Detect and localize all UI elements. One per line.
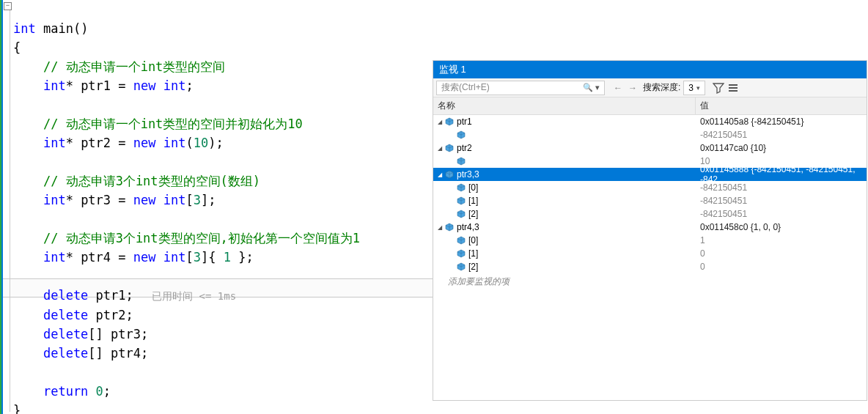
watch-row-value: 0 [696, 262, 867, 272]
variable-icon [457, 262, 466, 271]
code-token: return [13, 384, 88, 399]
watch-empty-area [433, 290, 867, 400]
code-token: ; [103, 384, 111, 399]
code-token: ; [185, 78, 193, 93]
code-number: 0 [96, 384, 103, 399]
watch-row-name: [2] [433, 262, 696, 272]
code-token: int [13, 193, 66, 207]
watch-row[interactable]: [0]1 [433, 234, 867, 247]
watch-row[interactable]: [0]-842150451 [433, 181, 867, 194]
watch-row[interactable]: [1]-842150451 [433, 194, 867, 207]
expander-icon[interactable]: ◢ [436, 171, 444, 178]
watch-row-value: -842150451 [696, 209, 867, 219]
watch-row-name: [2] [433, 209, 696, 219]
variable-icon [457, 236, 466, 245]
watch-row-name: ◢ptr1 [433, 117, 696, 127]
watch-row[interactable]: [2]0 [433, 260, 867, 273]
watch-row-value: -842150451 [696, 130, 867, 140]
watch-name-text: ptr4,3 [457, 222, 479, 232]
fold-collapse-icon[interactable]: − [4, 2, 12, 10]
watch-row-value: -842150451 [696, 196, 867, 206]
code-token: new [133, 78, 156, 93]
code-token: * ptr3 = [66, 193, 133, 207]
code-token: * ptr2 = [66, 136, 133, 150]
svg-rect-1 [729, 87, 738, 89]
code-token: ]; [201, 193, 216, 207]
code-number: 3 [194, 250, 201, 265]
watch-row[interactable]: ◢ptr20x01147ca0 {10} [433, 141, 867, 155]
code-token: int [13, 250, 66, 265]
header-name-column[interactable]: 名称 [433, 97, 696, 114]
watch-panel: 监视 1 搜索(Ctrl+E) 🔍 ▾ ← → 搜索深度: 3 ▾ 名称 值 ◢… [433, 60, 867, 401]
code-text[interactable]: int main() { // 动态申请一个int类型的空间 int* ptr1… [13, 0, 360, 414]
watch-name-text: ptr1 [457, 117, 472, 127]
variable-icon [457, 130, 466, 139]
code-token: ( [185, 136, 193, 150]
variable-icon [457, 157, 466, 166]
code-token: new [133, 250, 156, 265]
expander-icon[interactable]: ◢ [436, 118, 444, 125]
code-comment: // 动态申请一个int类型的空间并初始化为10 [13, 117, 303, 131]
watch-row-name: [1] [433, 248, 696, 259]
watch-row[interactable]: [1]0 [433, 247, 867, 260]
nav-forward-icon[interactable]: → [628, 83, 637, 93]
watch-name-text: ptr2 [457, 143, 472, 153]
settings-icon[interactable] [727, 82, 739, 94]
watch-row-value: -842150451 [696, 182, 867, 193]
code-token: } [13, 403, 21, 414]
watch-panel-title[interactable]: 监视 1 [433, 61, 867, 78]
expander-icon[interactable]: ◢ [436, 144, 444, 152]
code-token: delete [13, 308, 88, 322]
watch-name-text: [0] [468, 235, 478, 245]
perf-tip: 已用时间 <= 1ms [133, 290, 236, 302]
variable-icon [457, 249, 466, 258]
variable-icon [445, 117, 454, 126]
code-token: ptr2; [88, 308, 133, 322]
watch-row-name: [0] [433, 182, 696, 193]
code-token: delete [13, 327, 88, 341]
watch-name-text: [1] [468, 248, 478, 259]
watch-row-name [433, 157, 696, 166]
watch-row[interactable]: ◢ptr4,30x011458c0 {1, 0, 0} [433, 221, 867, 234]
add-watch-item[interactable]: 添加要监视的项 [433, 273, 867, 290]
code-token: * ptr1 = [66, 78, 133, 93]
code-token: main() [36, 21, 89, 36]
code-token: [ [185, 193, 193, 207]
code-token: int [13, 21, 36, 36]
code-token [88, 384, 95, 399]
watch-name-text: ptr3,3 [457, 169, 479, 180]
watch-row-name: ◢ptr2 [433, 143, 696, 153]
watch-grid-header: 名称 值 [433, 97, 867, 115]
search-icon[interactable]: 🔍 ▾ [583, 83, 600, 92]
code-editor[interactable]: − int main() { // 动态申请一个int类型的空间 int* pt… [0, 0, 433, 414]
watch-row[interactable]: ◢ptr10x011405a8 {-842150451} [433, 115, 867, 128]
variable-icon [457, 196, 466, 205]
watch-row[interactable]: [2]-842150451 [433, 207, 867, 221]
watch-row-value: 0 [696, 248, 867, 259]
code-comment: // 动态申请3个int类型的空间(数组) [13, 174, 260, 188]
watch-row-value: 0x01145888 {-842150451, -842150451, -842 [696, 164, 867, 185]
depth-select[interactable]: 3 ▾ [683, 81, 705, 95]
watch-row[interactable]: ◢ptr3,30x01145888 {-842150451, -84215045… [433, 168, 867, 181]
nav-back-icon[interactable]: ← [614, 83, 622, 93]
watch-row[interactable]: -842150451 [433, 128, 867, 141]
header-value-column[interactable]: 值 [696, 97, 867, 114]
watch-row-name: ◢ptr4,3 [433, 222, 696, 232]
watch-name-text: [2] [468, 262, 478, 272]
expander-icon[interactable]: ◢ [436, 223, 444, 231]
code-token: }; [231, 250, 254, 265]
svg-rect-2 [729, 90, 738, 92]
code-token: int [156, 193, 186, 207]
search-input[interactable]: 搜索(Ctrl+E) 🔍 ▾ [436, 81, 605, 95]
watch-grid-body[interactable]: ◢ptr10x011405a8 {-842150451}-842150451◢p… [433, 115, 867, 273]
code-token: new [133, 193, 156, 207]
watch-row-name [433, 130, 696, 139]
code-token: * ptr4 = [66, 250, 133, 265]
code-number: 10 [194, 136, 208, 150]
filter-icon[interactable] [713, 82, 724, 94]
code-token: int [156, 78, 186, 93]
fold-gutter: − [3, 0, 13, 414]
watch-row-name: [1] [433, 196, 696, 206]
watch-row-name: ◢ptr3,3 [433, 169, 696, 180]
code-comment: // 动态申请一个int类型的空间 [13, 59, 225, 74]
